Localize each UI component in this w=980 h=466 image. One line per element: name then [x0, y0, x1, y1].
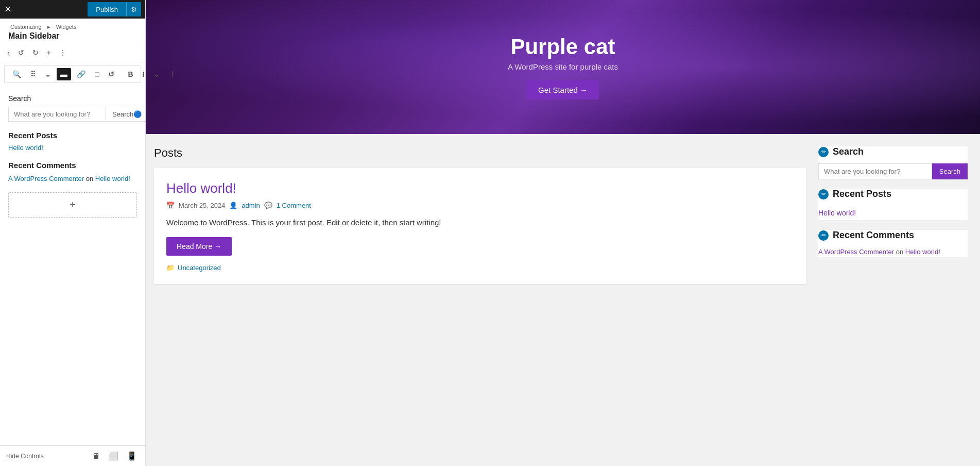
text-align-button[interactable]: ⌄ [150, 68, 163, 80]
sidebar-search-input[interactable] [818, 163, 932, 179]
hero-subtitle: A WordPress site for purple cats [508, 62, 618, 71]
recent-posts-widget-icon: ✏ [818, 189, 829, 199]
panel-toolbar: ‹ ↺ ↻ + ⋮ [0, 43, 145, 62]
breadcrumb: Customizing ▸ Widgets [8, 24, 137, 30]
author-icon: 👤 [229, 202, 237, 209]
breadcrumb-sep: ▸ [47, 24, 50, 30]
search-block-icon[interactable]: 🔍 [9, 68, 25, 80]
breadcrumb-child[interactable]: Widgets [56, 24, 77, 30]
search-widget-label: Search [8, 94, 137, 103]
comment-icon: 💬 [264, 202, 272, 209]
redo-button[interactable]: ↻ [29, 46, 42, 59]
post-meta: 📅 March 25, 2024 👤 admin 💬 1 Comment [166, 202, 794, 209]
tablet-button[interactable]: ⬜ [106, 450, 121, 462]
move-button[interactable]: ⌄ [41, 68, 55, 80]
recent-comments-title: Recent Comments [8, 161, 137, 170]
more-options-button[interactable]: ⋮ [56, 46, 70, 59]
search-input[interactable] [8, 107, 106, 122]
top-bar: ✕ Publish ⚙ [0, 0, 145, 19]
panel-content: Search Search🔵 Recent Posts Hello world!… [0, 86, 145, 445]
hero-section: Purple cat A WordPress site for purple c… [146, 0, 980, 134]
post-category: 📁 Uncategorized [166, 264, 794, 272]
transform-button[interactable]: ↺ [105, 68, 118, 80]
site-preview: Purple cat A WordPress site for purple c… [146, 0, 980, 466]
breadcrumb-area: Customizing ▸ Widgets Main Sidebar [0, 19, 145, 43]
main-area: Posts Hello world! 📅 March 25, 2024 👤 ad… [146, 134, 980, 466]
hide-controls-button[interactable]: Hide Controls [6, 453, 44, 460]
category-icon: 📁 [166, 264, 175, 272]
drag-handle[interactable]: ⠿ [27, 68, 39, 80]
sidebar-recent-comments-widget: ✏ Recent Comments A WordPress Commenter … [818, 230, 968, 257]
sidebar-comment-0: A WordPress Commenter on Hello world! [818, 247, 968, 257]
comment-on-text: on [86, 175, 95, 182]
publish-button[interactable]: Publish [88, 2, 126, 16]
block-toolbar: 🔍 ⠿ ⌄ ▬ 🔗 □ ↺ B I ⌄ ⋮ [4, 65, 141, 83]
post-comments-link[interactable]: 1 Comment [277, 202, 311, 209]
sidebar-comment-post-link[interactable]: Hello world! [905, 248, 940, 256]
commenter-link[interactable]: A WordPress Commenter [8, 175, 84, 182]
sidebar-search-widget: ✏ Search Search [818, 146, 968, 179]
comment-post-link[interactable]: Hello world! [95, 175, 130, 182]
publish-settings-button[interactable]: ⚙ [126, 2, 141, 16]
sidebar-search-button[interactable]: Search [932, 163, 968, 179]
recent-post-link-0[interactable]: Hello world! [8, 144, 137, 152]
recent-comments-widget-icon: ✏ [818, 230, 829, 241]
recent-posts-widget-title: Recent Posts [833, 189, 891, 199]
sidebar-search-row: Search [818, 163, 968, 179]
recent-comments-widget-title: Recent Comments [833, 230, 914, 241]
bold-button[interactable]: B [124, 68, 136, 80]
post-excerpt: Welcome to WordPress. This is your first… [166, 217, 794, 229]
desktop-button[interactable]: 🖥 [90, 450, 102, 462]
device-icons: 🖥 ⬜ 📱 [90, 450, 139, 462]
link-button[interactable]: 🔗 [73, 68, 89, 80]
search-button-panel[interactable]: Search🔵 [106, 107, 145, 122]
get-started-button[interactable]: Get Started → [527, 80, 599, 99]
block-more-button[interactable]: ⋮ [165, 68, 180, 80]
embed-button[interactable]: □ [91, 68, 102, 80]
hero-title: Purple cat [510, 35, 615, 59]
breadcrumb-parent[interactable]: Customizing [10, 24, 42, 30]
add-block-button[interactable]: + [44, 46, 54, 59]
post-card-0: Hello world! 📅 March 25, 2024 👤 admin 💬 … [154, 168, 806, 284]
posts-section: Posts Hello world! 📅 March 25, 2024 👤 ad… [146, 146, 806, 454]
mobile-button[interactable]: 📱 [125, 450, 139, 462]
sidebar-recent-posts-widget: ✏ Recent Posts Hello world! [818, 189, 968, 221]
sidebar-right: ✏ Search Search ✏ Recent Posts Hello wor… [818, 146, 968, 454]
customizer-panel: ✕ Publish ⚙ Customizing ▸ Widgets Main S… [0, 0, 146, 466]
sidebar-post-link-0[interactable]: Hello world! [818, 206, 968, 221]
search-widget-title: Search [833, 146, 864, 157]
bottom-bar: Hide Controls 🖥 ⬜ 📱 [0, 445, 145, 466]
sidebar-commenter-link[interactable]: A WordPress Commenter [818, 248, 894, 256]
block-type-button[interactable]: ▬ [57, 68, 71, 80]
post-author-link[interactable]: admin [242, 202, 260, 209]
panel-title: Main Sidebar [8, 31, 137, 41]
category-link[interactable]: Uncategorized [178, 264, 221, 272]
post-title: Hello world! [166, 180, 794, 196]
recent-posts-title: Recent Posts [8, 131, 137, 140]
posts-heading: Posts [154, 146, 806, 160]
recent-comment-0: A WordPress Commenter on Hello world! [8, 174, 137, 184]
search-widget-header: ✏ Search [818, 146, 968, 157]
search-widget-icon: ✏ [818, 147, 829, 157]
recent-posts-widget-header: ✏ Recent Posts [818, 189, 968, 199]
add-widget-button[interactable]: + [8, 192, 137, 218]
calendar-icon: 📅 [166, 202, 175, 209]
publish-group: Publish ⚙ [88, 2, 141, 16]
search-input-row: Search🔵 [8, 107, 137, 122]
sidebar-on-text: on [896, 248, 905, 256]
read-more-button[interactable]: Read More → [166, 237, 232, 256]
undo-button[interactable]: ↺ [15, 46, 27, 59]
italic-button[interactable]: I [139, 68, 148, 80]
close-button[interactable]: ✕ [4, 5, 12, 14]
back-button[interactable]: ‹ [4, 46, 13, 59]
recent-comments-widget-header: ✏ Recent Comments [818, 230, 968, 241]
post-date: March 25, 2024 [179, 202, 225, 209]
